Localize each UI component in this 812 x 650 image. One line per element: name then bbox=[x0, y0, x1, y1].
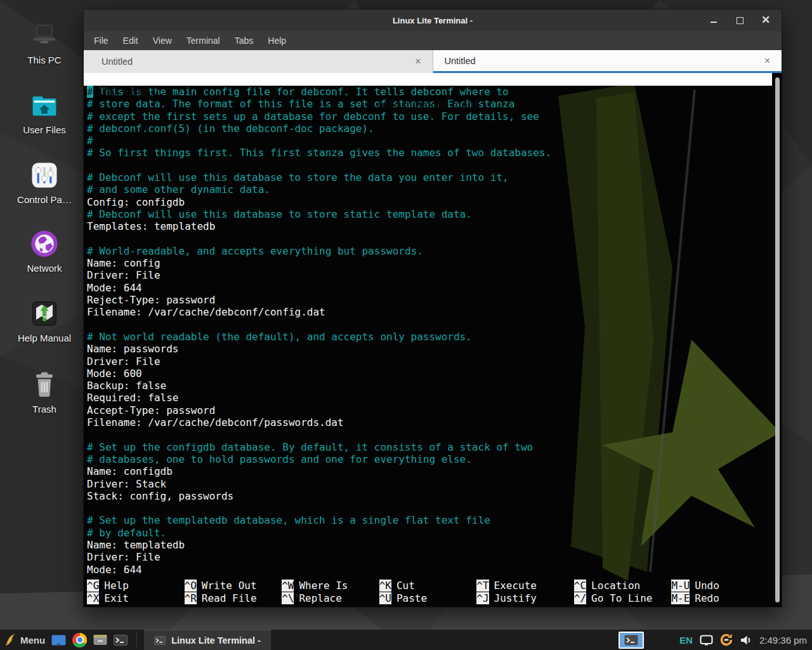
folder-home-icon bbox=[28, 89, 61, 122]
menu-help[interactable]: Help bbox=[268, 36, 286, 46]
window-title: Linux Lite Terminal - bbox=[84, 16, 782, 25]
editor-line: # debconf.conf(5) (in the debconf-doc pa… bbox=[87, 123, 782, 135]
editor-line: Reject-Type: password bbox=[87, 294, 782, 306]
editor-line: # bbox=[87, 135, 782, 147]
nano-shortcut: ^OWrite Out bbox=[185, 580, 282, 592]
update-refresh-icon bbox=[719, 632, 734, 647]
display-settings-tray[interactable] bbox=[700, 635, 713, 646]
desktop-icon-label: User Files bbox=[6, 124, 82, 135]
taskbar-clock[interactable]: 2:49:36 pm bbox=[759, 635, 807, 646]
tab-untitled-1[interactable]: Untitled × bbox=[84, 50, 433, 73]
desktop-icon-control-panel[interactable]: Control Pa… bbox=[6, 159, 82, 205]
desktop-icon-this-pc[interactable]: This PC bbox=[6, 19, 82, 65]
editor-line: Mode: 600 bbox=[87, 368, 782, 380]
nano-editor-buffer[interactable]: # This is the main config file for debco… bbox=[84, 86, 782, 576]
desktop-icon-label: Trash bbox=[6, 404, 82, 415]
editor-line: # Not world readable (the default), and … bbox=[87, 331, 782, 343]
editor-line: Driver: File bbox=[87, 269, 782, 281]
nano-filename: /etc/debconf.conf bbox=[84, 98, 772, 111]
nano-titlebar: GNU nano 7.2 /etc/debconf.conf bbox=[84, 73, 772, 86]
editor-line: # World-readable, and accepts everything… bbox=[87, 245, 782, 257]
nano-shortcut: ^WWhere Is bbox=[282, 580, 379, 592]
editor-line: # Debconf will use this database to stor… bbox=[87, 208, 782, 220]
launcher-workspace[interactable] bbox=[51, 635, 66, 646]
nano-shortcut: M-UUndo bbox=[671, 580, 769, 592]
nano-shortcut: ^XExit bbox=[87, 592, 185, 604]
launcher-archive[interactable] bbox=[93, 634, 107, 646]
editor-line: # Debconf will use this database to stor… bbox=[87, 171, 782, 183]
keyboard-layout-indicator[interactable]: EN bbox=[679, 635, 693, 646]
editor-line bbox=[87, 159, 782, 171]
editor-line: Accept-Type: password bbox=[87, 404, 782, 416]
workspace-icon bbox=[51, 635, 66, 646]
editor-line: # and some other dynamic data. bbox=[87, 183, 782, 196]
menu-bar: FileEditViewTerminalTabsHelp bbox=[84, 31, 782, 50]
taskbar-window-button[interactable]: Linux Lite Terminal - bbox=[144, 630, 271, 650]
minimize-button[interactable] bbox=[709, 16, 718, 25]
nano-shortcut: ^UPaste bbox=[379, 592, 477, 604]
desktop-icon-label: This PC bbox=[6, 55, 82, 65]
launcher-chrome[interactable] bbox=[72, 633, 87, 647]
menu-edit[interactable]: Edit bbox=[123, 36, 138, 46]
desktop-icon-label: Control Pa… bbox=[6, 194, 82, 205]
terminal-viewport[interactable]: GNU nano 7.2 /etc/debconf.conf # This is… bbox=[84, 73, 782, 607]
nano-shortcut: ^TExecute bbox=[476, 580, 574, 592]
editor-line bbox=[87, 428, 782, 441]
editor-line: Name: templatedb bbox=[87, 539, 782, 551]
control-panel-icon bbox=[28, 159, 61, 192]
updates-notifier-tray[interactable] bbox=[719, 632, 734, 647]
network-globe-icon bbox=[28, 227, 61, 260]
launcher-terminal[interactable] bbox=[114, 635, 128, 646]
chrome-icon bbox=[72, 633, 87, 647]
nano-shortcut: ^KCut bbox=[379, 580, 477, 592]
editor-line: Templates: templatedb bbox=[87, 220, 782, 232]
desktop-icon-trash[interactable]: Trash bbox=[6, 368, 82, 415]
editor-line: # So first things first. This first stan… bbox=[87, 147, 782, 159]
menu-terminal[interactable]: Terminal bbox=[187, 36, 220, 46]
computer-icon bbox=[28, 19, 61, 52]
menu-file[interactable]: File bbox=[94, 36, 108, 46]
close-button[interactable]: ✕ bbox=[761, 16, 770, 25]
terminal-icon bbox=[624, 635, 638, 646]
editor-line: Required: false bbox=[87, 392, 782, 404]
terminal-icon bbox=[114, 635, 128, 646]
desktop-icon-help-manual[interactable]: Help Manual bbox=[6, 297, 82, 343]
maximize-button[interactable] bbox=[735, 16, 744, 25]
editor-line: Config: configdb bbox=[87, 196, 782, 208]
editor-line: # Set up the templatedb database, which … bbox=[87, 514, 782, 526]
terminal-window: Linux Lite Terminal - ✕ FileEditViewTerm… bbox=[83, 9, 782, 607]
menu-tabs[interactable]: Tabs bbox=[235, 36, 254, 46]
desktop-icon-user-files[interactable]: User Files bbox=[6, 89, 82, 135]
archive-box-icon bbox=[93, 634, 107, 646]
nano-shortcut: M-ERedo bbox=[671, 592, 769, 604]
window-titlebar[interactable]: Linux Lite Terminal - ✕ bbox=[84, 10, 782, 31]
volume-tray[interactable] bbox=[740, 635, 752, 646]
tab-close-icon[interactable]: × bbox=[764, 56, 770, 66]
nano-shortcut: ^RRead File bbox=[185, 592, 282, 604]
editor-line bbox=[87, 319, 782, 331]
nano-shortcut: ^JJustify bbox=[476, 592, 574, 604]
taskbar-window-label: Linux Lite Terminal - bbox=[171, 635, 261, 646]
desktop-icon-network[interactable]: Network bbox=[6, 227, 82, 274]
tray-terminal-indicator[interactable] bbox=[619, 632, 644, 649]
menu-button[interactable]: Menu bbox=[0, 630, 51, 650]
editor-line bbox=[87, 233, 782, 245]
editor-line: # Set up the configdb database. By defau… bbox=[87, 441, 782, 453]
tab-close-icon[interactable]: × bbox=[415, 56, 421, 67]
taskbar: Menu Linux Lite Terminal - bbox=[0, 630, 812, 650]
nano-shortcut-bar: ^GHelp^OWrite Out^WWhere Is^KCut^TExecut… bbox=[87, 580, 769, 604]
nano-shortcut: ^/Go To Line bbox=[574, 592, 672, 604]
editor-line: Mode: 644 bbox=[87, 282, 782, 294]
menu-view[interactable]: View bbox=[153, 36, 172, 46]
nano-version: GNU nano 7.2 bbox=[86, 86, 172, 98]
editor-line: # databases, one to hold passwords and o… bbox=[87, 453, 782, 465]
linux-lite-logo-icon bbox=[4, 632, 15, 647]
terminal-scrollbar[interactable] bbox=[775, 77, 780, 602]
tab-label: Untitled bbox=[95, 56, 133, 67]
editor-line: Mode: 644 bbox=[87, 564, 782, 576]
trash-icon bbox=[28, 368, 61, 401]
editor-line: # This is the main config file for debco… bbox=[87, 86, 782, 98]
tab-untitled-2[interactable]: Untitled × bbox=[433, 50, 782, 73]
editor-line: Name: passwords bbox=[87, 343, 782, 355]
editor-line bbox=[87, 502, 782, 514]
